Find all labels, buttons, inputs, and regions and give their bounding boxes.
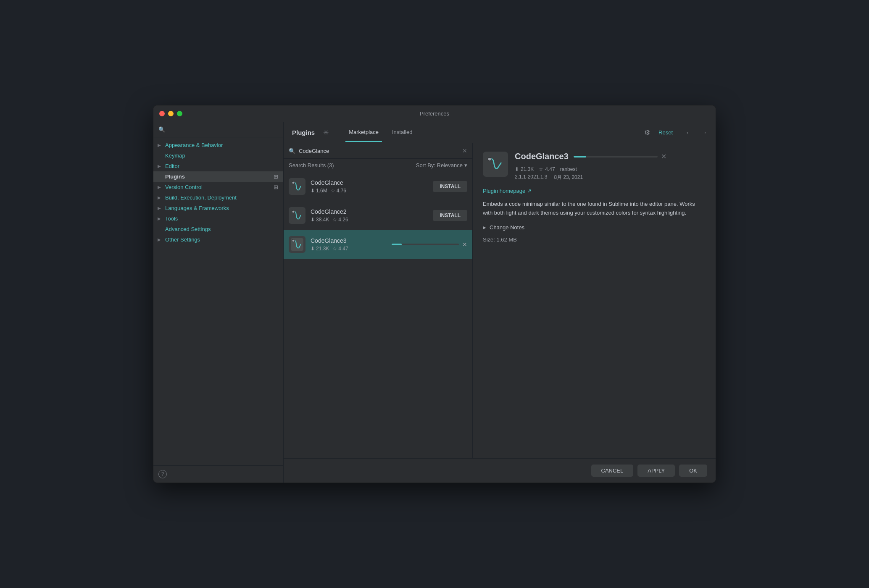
plugin-downloads: ⬇ 38.4K	[311, 217, 329, 223]
ok-button[interactable]: OK	[679, 465, 707, 477]
search-clear-icon[interactable]: ✕	[462, 147, 467, 154]
settings-gear-icon[interactable]: ⚙	[644, 129, 650, 136]
chevron-right-icon: ▶	[158, 195, 163, 200]
plugin-info-codeglance2: CodeGlance2 ⬇ 38.4K ☆ 4.26	[311, 208, 428, 223]
sidebar-item-plugins[interactable]: Plugins ⊞	[153, 171, 283, 182]
detail-panel: CodeGlance3 ✕ ⬇	[473, 143, 716, 458]
sidebar-item-editor[interactable]: ▶ Editor	[153, 161, 283, 171]
chevron-right-icon: ▶	[483, 225, 486, 230]
sidebar-item-tools[interactable]: ▶ Tools	[153, 213, 283, 224]
reset-button[interactable]: Reset	[658, 129, 673, 136]
minimize-button[interactable]	[168, 111, 174, 116]
chevron-right-icon: ▶	[158, 206, 163, 210]
help-button[interactable]: ?	[158, 470, 167, 478]
nav-forward-icon[interactable]: →	[700, 129, 707, 136]
nav-back-icon[interactable]: ←	[685, 129, 692, 136]
plugin-meta: ⬇ 21.3K ☆ 4.47	[311, 246, 387, 252]
detail-plugin-icon	[483, 152, 508, 177]
sidebar-item-languages[interactable]: ▶ Languages & Frameworks	[153, 203, 283, 213]
plugin-list-panel: 🔍 ✕ Search Results (3) Sort By: Relevanc…	[284, 143, 473, 458]
cancel-button[interactable]: CANCEL	[591, 465, 634, 477]
detail-title-section: CodeGlance3 ✕ ⬇	[515, 152, 706, 181]
plugin-icon-codeglance	[289, 178, 305, 195]
detail-version: 2.1.1-2021.1.3	[515, 174, 547, 181]
plugin-icon-codeglance2	[289, 207, 305, 224]
plugin-search-bar: 🔍 ✕	[284, 143, 472, 159]
sidebar-items: ▶ Appearance & Behavior Keymap ▶ Editor …	[153, 137, 283, 465]
svg-point-1	[292, 181, 295, 184]
maximize-button[interactable]	[177, 111, 182, 116]
tab-installed[interactable]: Installed	[389, 123, 416, 142]
tab-marketplace[interactable]: Marketplace	[345, 123, 382, 142]
plugins-section-title: Plugins	[292, 129, 315, 136]
chevron-right-icon: ▶	[158, 164, 163, 168]
traffic-lights	[159, 111, 182, 116]
plugin-info-codeglance: CodeGlance ⬇ 1.6M ☆ 4.76	[311, 179, 428, 194]
svg-point-5	[292, 239, 295, 242]
version-control-badge: ⊞	[274, 184, 278, 190]
download-icon: ⬇	[311, 246, 315, 252]
detail-size: Size: 1.62 MB	[483, 236, 706, 243]
detail-progress-fill	[574, 156, 586, 158]
sidebar-search-input[interactable]: 🔍	[158, 126, 278, 133]
window-title: Preferences	[420, 110, 449, 117]
plugin-meta: ⬇ 38.4K ☆ 4.26	[311, 217, 428, 223]
detail-description: Embeds a code minimap similar to the one…	[483, 200, 706, 218]
plugin-info-codeglance3: CodeGlance3 ⬇ 21.3K ☆ 4.47	[311, 237, 387, 252]
install-button-codeglance[interactable]: INSTALL	[433, 181, 467, 192]
sidebar-item-keymap[interactable]: Keymap	[153, 150, 283, 161]
plugin-rating: ☆ 4.47	[332, 246, 348, 252]
star-icon: ☆	[332, 217, 337, 223]
sort-by-dropdown[interactable]: Sort By: Relevance ▾	[416, 162, 467, 168]
sidebar-item-version-control[interactable]: ▶ Version Control ⊞	[153, 182, 283, 192]
plugin-name: CodeGlance2	[311, 208, 428, 215]
progress-cancel-icon[interactable]: ✕	[462, 241, 467, 248]
main-content: 🔍 ▶ Appearance & Behavior Keymap ▶ Edito…	[153, 122, 716, 483]
download-icon: ⬇	[515, 166, 519, 172]
close-button[interactable]	[159, 111, 165, 116]
plugin-item-codeglance[interactable]: CodeGlance ⬇ 1.6M ☆ 4.76	[284, 172, 472, 201]
chevron-right-icon: ▶	[158, 185, 163, 189]
sidebar-item-appearance[interactable]: ▶ Appearance & Behavior	[153, 140, 283, 150]
star-icon: ☆	[332, 246, 337, 252]
sidebar-bottom: ?	[153, 465, 283, 483]
detail-meta-row: ⬇ 21.3K ☆ 4.47 ranbest	[515, 166, 706, 172]
install-button-codeglance2[interactable]: INSTALL	[433, 210, 467, 221]
sidebar-item-build[interactable]: ▶ Build, Execution, Deployment	[153, 192, 283, 203]
change-notes-toggle[interactable]: ▶ Change Notes	[483, 224, 706, 231]
progress-fill	[392, 244, 402, 245]
chevron-right-icon: ▶	[158, 143, 163, 147]
detail-close-icon[interactable]: ✕	[661, 152, 666, 160]
plugin-search-input[interactable]	[299, 148, 459, 154]
plugin-rating: ☆ 4.76	[331, 188, 346, 194]
preferences-window: Preferences 🔍 ▶ Appearance & Behavior Ke…	[153, 105, 716, 483]
sidebar-item-other[interactable]: ▶ Other Settings	[153, 234, 283, 245]
apply-button[interactable]: APPLY	[637, 465, 675, 477]
download-icon: ⬇	[311, 217, 315, 223]
plugin-downloads: ⬇ 21.3K	[311, 246, 329, 252]
plugin-item-codeglance3[interactable]: CodeGlance3 ⬇ 21.3K ☆ 4.47	[284, 230, 472, 259]
footer: CANCEL APPLY OK	[284, 458, 716, 483]
plugins-header: Plugins ✳ Marketplace Installed ⚙ Reset …	[284, 122, 716, 143]
right-panel: Plugins ✳ Marketplace Installed ⚙ Reset …	[284, 122, 716, 483]
list-header: Search Results (3) Sort By: Relevance ▾	[284, 159, 472, 172]
detail-progress-row: ✕	[574, 152, 706, 160]
plugin-downloads: ⬇ 1.6M	[311, 188, 327, 194]
chevron-down-icon: ▾	[464, 162, 467, 168]
sidebar: 🔍 ▶ Appearance & Behavior Keymap ▶ Edito…	[153, 122, 284, 483]
plugin-item-codeglance2[interactable]: CodeGlance2 ⬇ 38.4K ☆ 4.26	[284, 201, 472, 230]
chevron-right-icon: ▶	[158, 237, 163, 242]
title-bar: Preferences	[153, 105, 716, 122]
plugins-badge: ⊞	[274, 173, 278, 180]
loading-spinner-icon: ✳	[323, 129, 329, 136]
search-icon: 🔍	[158, 126, 165, 133]
sidebar-item-advanced[interactable]: Advanced Settings	[153, 224, 283, 234]
plugin-rating: ☆ 4.26	[332, 217, 348, 223]
download-icon: ⬇	[311, 188, 315, 194]
detail-progress-bar	[574, 156, 658, 158]
chevron-right-icon: ▶	[158, 216, 163, 221]
detail-homepage-link[interactable]: Plugin homepage ↗	[483, 188, 706, 194]
plugin-tabs: Marketplace Installed	[345, 123, 416, 142]
plugin-name: CodeGlance	[311, 179, 428, 186]
detail-author: ranbest	[560, 166, 577, 172]
